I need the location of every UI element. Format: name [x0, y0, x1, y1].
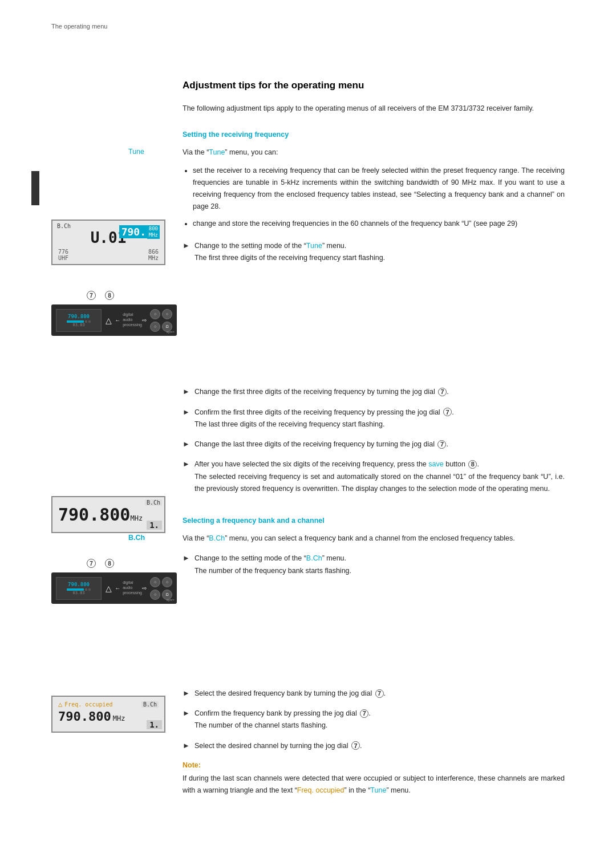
tune-label: Tune [128, 148, 144, 156]
warning-text: Freq. occupied [64, 701, 112, 708]
dial-7-label: 7 [87, 291, 96, 300]
device-image-spacer-3 [183, 806, 565, 849]
lcd-display-1: B.Ch U.01 776 866 UHF MHz 790. 800MHz [51, 220, 171, 265]
tune-highlight-1: Tune [306, 242, 322, 250]
lcd-display-2: 790.800 MHz B.Ch 1. [51, 496, 171, 533]
tune-arrow-5: ► After you have selected the six digits… [183, 458, 565, 495]
arrow-icon-3: ► [183, 408, 190, 416]
intro-text: The following adjustment tips apply to t… [183, 103, 565, 115]
jog-dial-ref-7d: 7 [375, 689, 384, 698]
setting-frequency-section: Setting the receiving frequency Tune Via… [183, 131, 565, 517]
lcd-corner-num: 1. [147, 521, 162, 530]
jog-dial-ab[interactable]: ○ [150, 590, 160, 600]
warning-freq: 790.800 [58, 709, 111, 724]
jog-dial-ref-7b: 7 [443, 408, 452, 416]
note-text: If during the last scan channels were de… [183, 773, 565, 797]
bch-highlight-1: B.Ch [306, 554, 322, 562]
tune-intro: Via the “Tune” menu, you can: [183, 147, 565, 159]
jog-dial-8b[interactable]: ○ [162, 577, 172, 587]
tune-highlight-note: Tune [370, 786, 386, 794]
tune-bullet-list: set the receiver to a receiving frequenc… [183, 165, 565, 230]
tune-sub-5: The selected receiving frequency is set … [194, 471, 565, 495]
lcd-bch-label: B.Ch [57, 223, 71, 229]
arrow-icon-1: ► [183, 241, 190, 250]
jog-dial-7[interactable]: ○ [150, 309, 160, 319]
dial-8-label: 8 [105, 291, 114, 300]
device-image-spacer-2 [183, 585, 565, 688]
lcd-mhz-2: MHz [130, 514, 143, 522]
lcd-sub-right: 866 [148, 249, 159, 255]
tune-arrow-3: ► Confirm the first three digits of the … [183, 407, 565, 431]
jog-dial-ref-7a: 7 [438, 388, 447, 396]
jog-dial-a[interactable]: ○ [150, 322, 160, 332]
breadcrumb: The operating menu [51, 23, 107, 30]
freq-occupied-highlight: Freq. occupied [297, 786, 345, 794]
bch-arrow-2: ► Select the desired frequency bank by t… [183, 688, 565, 700]
note-box: Note: If during the last scan channels w… [183, 761, 565, 797]
tune-arrow-4: ► Change the last three digits of the re… [183, 438, 565, 450]
warning-triangle: △ [58, 700, 62, 708]
save-highlight-1: save [428, 460, 443, 468]
lcd-sub-left: 776 [58, 249, 68, 255]
bch-arrow-1: ► Change to the setting mode of the “B.C… [183, 553, 565, 577]
bch-intro: Via the “B.Ch” menu, you can select a fr… [183, 533, 565, 545]
device-image-spacer-1 [183, 272, 565, 386]
section-title: Adjustment tips for the operating menu [183, 80, 565, 91]
lcd-corner-bch: B.Ch [145, 499, 162, 506]
arrow-icon-2: ► [183, 387, 190, 396]
warning-mhz: MHz [113, 714, 125, 722]
tune-sub-3: The last three digits of the receiving f… [194, 419, 565, 430]
lcd-sub-left-label: UHF [58, 255, 68, 261]
arrow-icon-7: ► [183, 689, 190, 697]
arrow-icon-9: ► [183, 741, 190, 750]
lcd-mhz: 800MHz [147, 225, 160, 239]
arrow-icon-5: ► [183, 460, 190, 468]
bch-sub-1: The number of the frequency bank starts … [194, 565, 565, 577]
jog-dial-ref-7f: 7 [351, 741, 360, 750]
arrow-icon-4: ► [183, 440, 190, 448]
lcd-big-freq: 790.800 [58, 505, 130, 525]
left-accent-bar [31, 171, 39, 205]
note-title: Note: [183, 761, 565, 769]
receiver-freq-2: 790.800 [68, 582, 90, 587]
dial-7-label-2: 7 [87, 559, 96, 568]
warning-bch: B.Ch [141, 701, 159, 708]
dial-8-label-2: 8 [105, 559, 114, 568]
setting-frequency-title: Setting the receiving frequency [183, 131, 565, 139]
receiver-display-2: 7 8 790.800 03.03 △ ← digital audio proc… [51, 559, 171, 604]
tune-sub-1: The first three digits of the receiving … [194, 252, 565, 264]
receiver-freq-1: 790.800 [68, 314, 90, 319]
lcd-warning-display: △ Freq. occupied B.Ch 790.800 MHz 1. [51, 696, 171, 733]
bch-arrow-4: ► Select the desired channel by turning … [183, 740, 565, 752]
selecting-frequency-section: Selecting a frequency bank and a channel… [183, 517, 565, 849]
jog-dial-ref-7e: 7 [360, 709, 368, 718]
bullet-1: set the receiver to a receiving frequenc… [193, 165, 565, 213]
receiver-display-1: 7 8 790.800 03.03 △ ← digital audio [51, 291, 171, 336]
save-btn-ref: 8 [468, 460, 477, 469]
bch-label: B.Ch [128, 534, 145, 542]
warning-num: 1. [147, 720, 162, 729]
jog-dial-7b[interactable]: ○ [150, 577, 160, 587]
receiver-sub-1: 03.03 [73, 323, 85, 327]
lcd-sub-right-label: MHz [148, 255, 159, 261]
selecting-frequency-title: Selecting a frequency bank and a channel [183, 517, 565, 525]
jog-dial-ref-7c: 7 [437, 440, 446, 449]
tune-arrow-2: ► Change the first three digits of the r… [183, 386, 565, 398]
receiver-sub-2: 03.03 [73, 591, 85, 595]
arrow-icon-6: ► [183, 554, 190, 562]
lcd-blue-freq: 790. [119, 225, 148, 238]
bch-arrow-3: ► Confirm the frequency bank by pressing… [183, 708, 565, 732]
bullet-2: change and store the receiving frequenci… [193, 218, 565, 230]
jog-dial-8[interactable]: ○ [162, 309, 172, 319]
bch-sub-3: The number of the channel starts flashin… [194, 720, 565, 732]
tune-arrow-1: ► Change to the setting mode of the “Tun… [183, 240, 565, 265]
arrow-icon-8: ► [183, 709, 190, 717]
